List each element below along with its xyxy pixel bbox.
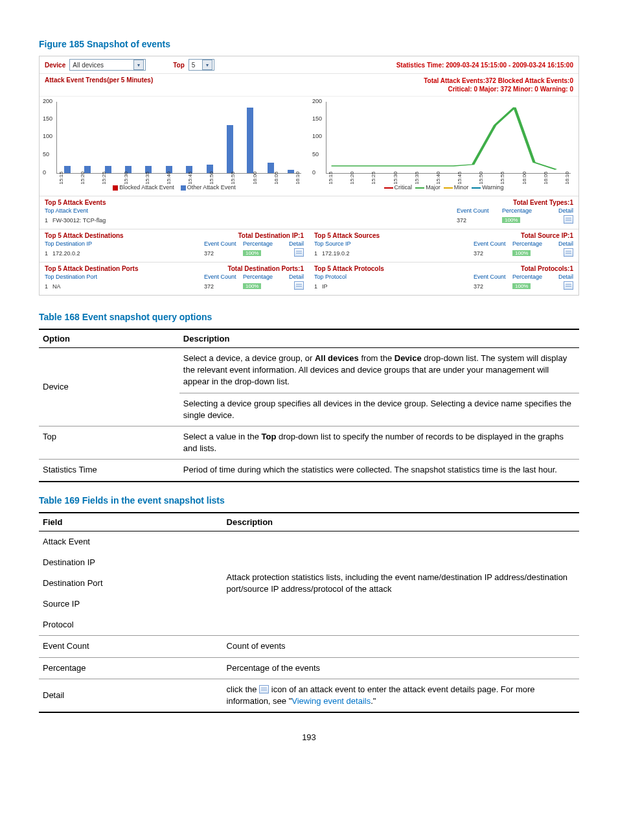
statistics-time-label: Statistics Time: 2009-03-24 15:15:00 - 2…	[396, 62, 573, 69]
option-top: Top	[39, 426, 179, 459]
table-168: OptionDescription Device Select a device…	[39, 329, 579, 482]
top-label: Top	[173, 62, 185, 69]
severity-line-chart: 0 50 100 150 200 15:1515:2015:2515:3015:…	[309, 97, 578, 196]
table-168-title: Table 168 Event snapshot query options	[39, 312, 579, 322]
top5-attack-sources: Top 5 Attack SourcesTotal Source IP:1 To…	[309, 229, 578, 262]
detail-icon[interactable]	[564, 281, 573, 290]
attack-trends-bar-chart: 0 50 100 150 200 15:1515:2015:2515:3015:…	[40, 97, 309, 196]
top-select[interactable]: 5 ▾	[189, 59, 214, 71]
top5-destination-ports: Top 5 Attack Destination PortsTotal Dest…	[40, 262, 309, 295]
device-desc-2: Selecting a device group specifies all d…	[179, 393, 579, 426]
trends-title: Attack Event Trends(per 5 Minutes)	[45, 76, 153, 84]
device-select-value: All devices	[73, 62, 104, 69]
top-desc: Select a value in the Top drop-down list…	[179, 426, 579, 459]
chevron-down-icon: ▾	[133, 60, 144, 70]
detail-icon	[259, 685, 269, 694]
table-169-title: Table 169 Fields in the event snapshot l…	[39, 495, 579, 506]
detail-icon[interactable]	[294, 281, 304, 290]
option-device: Device	[39, 348, 179, 426]
events-snapshot-screenshot: Device All devices ▾ Top 5 ▾ Statistics …	[39, 56, 579, 296]
device-label: Device	[45, 62, 65, 69]
statistics-time-desc: Period of time during which the statisti…	[179, 460, 579, 482]
top5-attack-events: Top 5 Attack EventsTotal Event Types:1 T…	[40, 196, 578, 229]
figure-title: Figure 185 Snapshot of events	[39, 39, 579, 49]
top-select-value: 5	[192, 62, 196, 69]
device-select[interactable]: All devices ▾	[69, 59, 146, 71]
table-169: FieldDescription Attack EventAttack prot…	[39, 512, 579, 714]
device-desc-1: Select a device, a device group, or All …	[179, 348, 579, 393]
totals-block: Total Attack Events:372 Blocked Attack E…	[424, 76, 573, 93]
chevron-down-icon: ▾	[202, 60, 212, 70]
option-statistics-time: Statistics Time	[39, 460, 179, 482]
page-number: 193	[39, 732, 579, 742]
viewing-event-details-link[interactable]: Viewing event details	[292, 696, 371, 706]
detail-icon[interactable]	[294, 248, 304, 257]
detail-icon[interactable]	[564, 215, 573, 224]
detail-icon[interactable]	[564, 248, 573, 257]
top5-attack-protocols: Top 5 Attack ProtocolsTotal Protocols:1 …	[309, 262, 578, 295]
top5-attack-destinations: Top 5 Attack DestinationsTotal Destinati…	[40, 229, 309, 262]
